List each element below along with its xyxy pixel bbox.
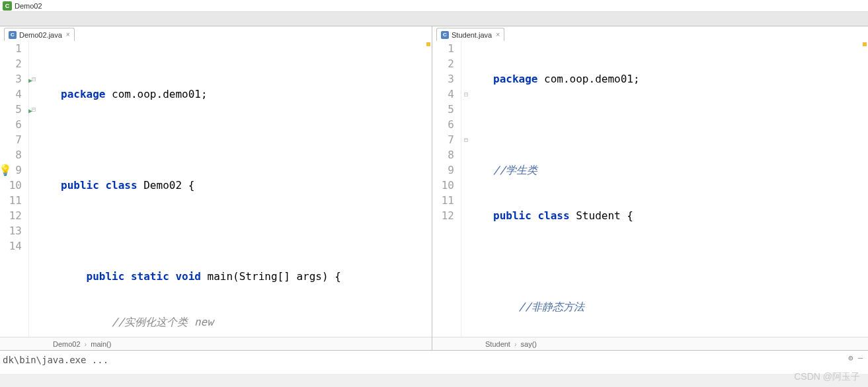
console-output: dk\bin\java.exe ... (3, 355, 108, 365)
window-title: Demo02 (15, 2, 42, 10)
console-settings-icon[interactable]: ⚙ — (848, 353, 863, 363)
run-console[interactable]: dk\bin\java.exe ... ⚙ — (0, 350, 868, 374)
breadcrumb-class[interactable]: Demo02 (53, 340, 81, 348)
error-stripe-marker[interactable] (426, 42, 430, 46)
tab-label: Demo02.java (19, 31, 62, 39)
window-titlebar: C Demo02 (0, 0, 868, 12)
code-area[interactable]: package com.oop.demo01; //学生类 public cla… (471, 41, 744, 337)
editor-pane-right: C Student.java × 1 2 3 4 5 6 7 8 9 10 11… (432, 26, 868, 350)
tab-strip-right: C Student.java × (432, 26, 868, 41)
fold-column: ⊟ ⊟ (461, 41, 471, 337)
tab-demo02[interactable]: C Demo02.java × (4, 28, 75, 41)
close-icon[interactable]: × (66, 31, 70, 38)
line-gutter: 1 2 3 4 5 6 7 8 9 10 11 12 (432, 41, 461, 337)
tab-student[interactable]: C Student.java × (436, 28, 504, 41)
error-stripe-marker[interactable] (863, 42, 867, 46)
breadcrumb-method[interactable]: say() (521, 340, 537, 348)
code-editor-left[interactable]: 1 2 3 4 5 6 7 8 9 10 11 12 13 14 ⊟ ⊟ (0, 41, 432, 337)
app-icon: C (3, 1, 12, 11)
line-gutter: 1 2 3 4 5 6 7 8 9 10 11 12 13 14 (0, 41, 29, 337)
code-editor-right[interactable]: 1 2 3 4 5 6 7 8 9 10 11 12 ⊟ ⊟ package c… (432, 41, 868, 337)
breadcrumb-left[interactable]: Demo02 › main() (0, 337, 432, 350)
toolbar-row (0, 12, 868, 26)
tab-strip-left: C Demo02.java × (0, 26, 432, 41)
java-file-icon: C (9, 31, 17, 39)
chevron-right-icon: › (514, 340, 517, 348)
tab-label: Student.java (452, 31, 492, 39)
breadcrumb-right[interactable]: Student › say() (432, 337, 868, 350)
code-area[interactable]: 💡 package com.oop.demo01; public class D… (38, 41, 341, 337)
watermark: CSDN @阿玉子 (794, 371, 860, 383)
breadcrumb-class[interactable]: Student (485, 340, 510, 348)
chevron-right-icon: › (85, 340, 87, 348)
intention-bulb-icon[interactable]: 💡 (0, 162, 12, 178)
editor-pane-left: C Demo02.java × 1 2 3 4 5 6 7 8 9 10 11 … (0, 26, 432, 350)
breadcrumb-method[interactable]: main() (91, 340, 111, 348)
java-file-icon: C (441, 31, 449, 39)
close-icon[interactable]: × (496, 31, 500, 38)
